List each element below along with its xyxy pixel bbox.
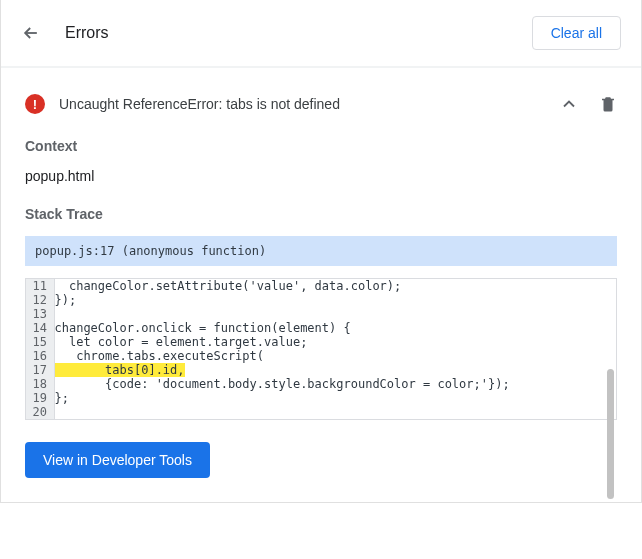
line-code: {code: 'document.body.style.backgroundCo… — [54, 377, 616, 391]
line-code: }; — [54, 391, 616, 405]
line-code: tabs[0].id, — [54, 363, 616, 377]
line-number: 20 — [26, 405, 54, 419]
page-title: Errors — [65, 24, 109, 42]
header: Errors Clear all — [1, 0, 641, 67]
errors-panel: Errors Clear all ! Uncaught ReferenceErr… — [0, 0, 642, 503]
stack-trace-label: Stack Trace — [25, 206, 617, 222]
line-code: changeColor.onclick = function(element) … — [54, 321, 616, 335]
line-number: 18 — [26, 377, 54, 391]
clear-all-button[interactable]: Clear all — [532, 16, 621, 50]
line-number: 16 — [26, 349, 54, 363]
code-line: 17 tabs[0].id, — [26, 363, 616, 377]
line-number: 14 — [26, 321, 54, 335]
line-code: let color = element.target.value; — [54, 335, 616, 349]
line-code: chrome.tabs.executeScript( — [54, 349, 616, 363]
code-snippet: 11 changeColor.setAttribute('value', dat… — [25, 278, 617, 420]
code-line: 20 — [26, 405, 616, 419]
highlighted-code: tabs[0].id, — [55, 363, 185, 377]
line-number: 15 — [26, 335, 54, 349]
code-line: 18 {code: 'document.body.style.backgroun… — [26, 377, 616, 391]
error-icon: ! — [25, 94, 45, 114]
line-code — [54, 307, 616, 321]
line-number: 12 — [26, 293, 54, 307]
scrollbar-thumb[interactable] — [607, 369, 614, 499]
collapse-chevron-icon[interactable] — [559, 94, 579, 114]
code-line: 11 changeColor.setAttribute('value', dat… — [26, 279, 616, 293]
code-line: 16 chrome.tabs.executeScript( — [26, 349, 616, 363]
line-number: 19 — [26, 391, 54, 405]
panel-body: ! Uncaught ReferenceError: tabs is not d… — [1, 67, 641, 502]
line-number: 17 — [26, 363, 54, 377]
code-line: 14changeColor.onclick = function(element… — [26, 321, 616, 335]
code-line: 13 — [26, 307, 616, 321]
delete-icon[interactable] — [599, 95, 617, 113]
code-line: 15 let color = element.target.value; — [26, 335, 616, 349]
code-line: 12}); — [26, 293, 616, 307]
context-value: popup.html — [25, 168, 617, 184]
context-label: Context — [25, 138, 617, 154]
error-message: Uncaught ReferenceError: tabs is not def… — [59, 96, 340, 112]
line-number: 13 — [26, 307, 54, 321]
line-code — [54, 405, 616, 419]
code-line: 19}; — [26, 391, 616, 405]
back-arrow-icon[interactable] — [21, 23, 41, 43]
error-row: ! Uncaught ReferenceError: tabs is not d… — [25, 78, 617, 138]
line-code: changeColor.setAttribute('value', data.c… — [54, 279, 616, 293]
line-number: 11 — [26, 279, 54, 293]
view-in-devtools-button[interactable]: View in Developer Tools — [25, 442, 210, 478]
line-code: }); — [54, 293, 616, 307]
divider — [1, 67, 641, 68]
stack-trace-frame[interactable]: popup.js:17 (anonymous function) — [25, 236, 617, 266]
